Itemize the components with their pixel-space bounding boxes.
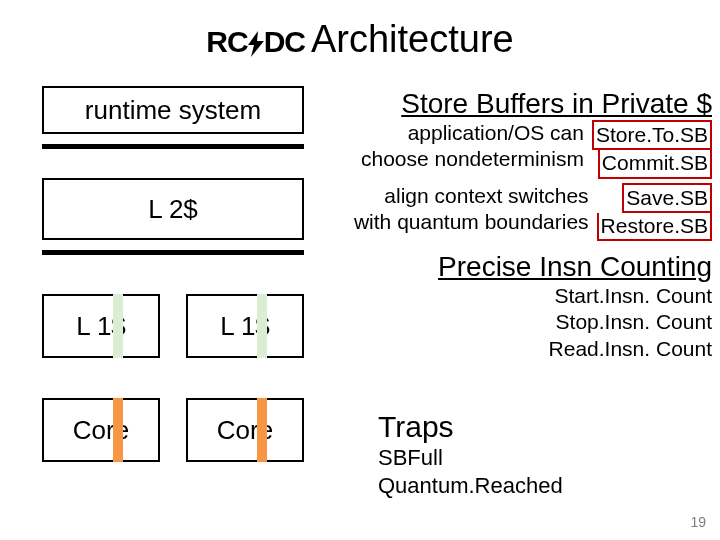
box-l1-left: L 1$ (42, 294, 160, 358)
sb-line1: application/OS can (361, 120, 584, 146)
sb-line3: align context switches (354, 183, 589, 209)
api-save-sb: Save.SB (622, 183, 712, 213)
api-start-insn: Start.Insn. Count (342, 283, 712, 309)
slide: RCDC Architecture runtime system L 2$ L … (0, 0, 720, 540)
box-l2-cache: L 2$ (42, 178, 304, 240)
label-runtime: runtime system (85, 95, 261, 126)
api-read-insn: Read.Insn. Count (342, 336, 712, 362)
box-core-right: Core (186, 398, 304, 462)
api-store-to-sb: Store.To.SB (592, 120, 712, 150)
api-commit-sb: Commit.SB (598, 150, 712, 178)
traps-block: Traps SBFull Quantum.Reached (378, 410, 708, 499)
label-l2: L 2$ (148, 194, 198, 225)
heading-traps: Traps (378, 410, 708, 444)
sb-line2: choose nondeterminism (361, 146, 584, 172)
heading-store-buffers: Store Buffers in Private $ (342, 88, 712, 120)
underline-runtime (42, 144, 304, 149)
api-restore-sb: Restore.SB (597, 213, 712, 241)
right-column: Store Buffers in Private $ application/O… (342, 86, 712, 362)
svg-marker-0 (248, 31, 264, 57)
underline-l2 (42, 250, 304, 255)
sb-line4: with quantum boundaries (354, 209, 589, 235)
tab-core-left (113, 398, 123, 462)
tab-l1-right (257, 294, 267, 358)
slide-title: RCDC Architecture (0, 18, 720, 61)
title-text: Architecture (311, 18, 514, 60)
precise-apis: Start.Insn. Count Stop.Insn. Count Read.… (342, 283, 712, 362)
page-number: 19 (690, 514, 706, 530)
box-runtime-system: runtime system (42, 86, 304, 134)
logo-rcdc: RCDC (206, 25, 305, 59)
logo-right: DC (264, 25, 305, 58)
tab-core-right (257, 398, 267, 462)
logo-left: RC (206, 25, 247, 58)
box-core-left: Core (42, 398, 160, 462)
api-stop-insn: Stop.Insn. Count (342, 309, 712, 335)
box-l1-right: L 1$ (186, 294, 304, 358)
tab-l1-left (113, 294, 123, 358)
traps-line2: Quantum.Reached (378, 472, 708, 500)
traps-line1: SBFull (378, 444, 708, 472)
heading-precise-insn: Precise Insn Counting (342, 251, 712, 283)
store-buffers-block: application/OS can choose nondeterminism… (342, 120, 712, 241)
